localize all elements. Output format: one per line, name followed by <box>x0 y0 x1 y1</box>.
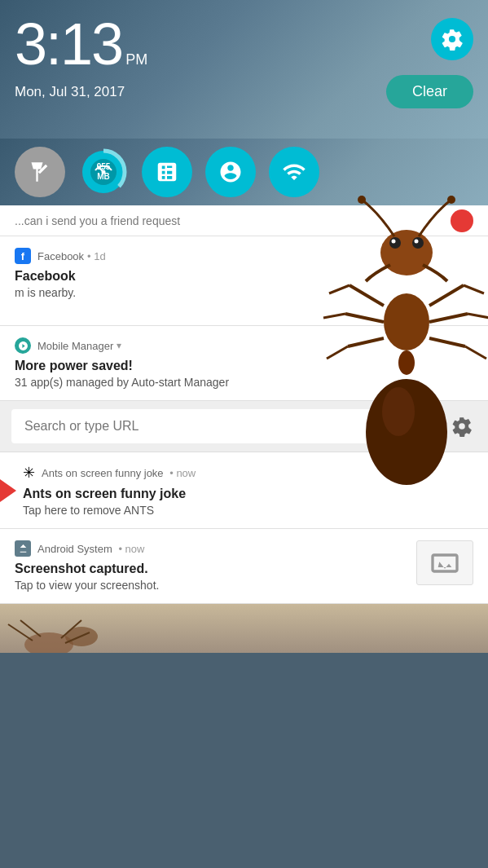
facebook-notif-body: m is nearby. <box>15 286 473 299</box>
search-gear-icon <box>451 416 473 437</box>
wifi-icon-svg <box>282 160 306 184</box>
android-system-icon <box>15 540 31 557</box>
app-settings-icon-svg <box>218 160 243 184</box>
quick-actions-row: 955 MB <box>0 139 488 205</box>
facebook-app-name: Facebook <box>37 250 84 262</box>
dropdown-arrow-icon[interactable]: ▾ <box>117 340 121 351</box>
mobile-manager-notif-body: 31 app(s) managed by Auto-start Manager <box>15 376 473 389</box>
android-system-time: • now <box>116 543 145 555</box>
facebook-notification[interactable]: f Facebook • 1d Facebook m is nearby. <box>0 236 488 326</box>
app-settings-quick-action[interactable] <box>205 147 256 197</box>
date-display: Mon, Jul 31, 2017 <box>15 84 125 100</box>
settings-button[interactable] <box>431 18 473 60</box>
wifi-icon[interactable] <box>269 147 319 197</box>
search-settings-button[interactable] <box>447 412 477 441</box>
ant-notif-time: • now <box>167 467 196 479</box>
main-container: 3:13 PM Mon, Jul 31, 2017 Clear <box>0 0 488 868</box>
bottom-strip <box>0 604 488 653</box>
calculator-quick-action[interactable] <box>142 147 192 197</box>
mobile-manager-icon <box>15 337 31 354</box>
gear-icon <box>441 28 464 51</box>
android-system-title: Screenshot captured. <box>15 562 416 576</box>
search-bar <box>0 401 488 452</box>
clear-button[interactable]: Clear <box>386 75 473 108</box>
partial-notification[interactable]: ...can i send you a friend request <box>0 205 488 236</box>
app-settings-icon[interactable] <box>205 147 256 197</box>
bottom-ant-svg <box>0 604 163 653</box>
search-input[interactable] <box>11 409 439 443</box>
mobile-manager-notif-title: More power saved! <box>15 359 473 373</box>
time-display: 3:13 <box>15 15 122 73</box>
notifications-area: ...can i send you a friend request f Fac… <box>0 205 488 653</box>
memory-label: 955 MB <box>91 162 117 182</box>
time-block: 3:13 PM <box>15 15 147 73</box>
memory-donut-icon[interactable]: 955 MB <box>78 147 129 197</box>
ant-notif-title: Ants on screen funny joke <box>23 487 473 501</box>
screenshot-thumbnail[interactable] <box>416 540 473 585</box>
ant-notif-body: Tap here to remove ANTS <box>23 504 473 517</box>
flashlight-icon[interactable] <box>15 147 65 197</box>
screenshot-preview-icon <box>429 547 461 579</box>
red-arrow-indicator <box>0 479 16 502</box>
android-system-app-name: Android System <box>37 543 112 555</box>
calculator-icon-svg <box>155 160 179 184</box>
ant-joke-notification[interactable]: ✳ Ants on screen funny joke • now Ants o… <box>0 452 488 529</box>
mobile-manager-notification[interactable]: Mobile Manager ▾ More power saved! 31 ap… <box>0 326 488 401</box>
partial-notif-text: ...can i send you a friend request <box>15 214 180 227</box>
flashlight-quick-action[interactable] <box>15 147 65 197</box>
android-system-notification[interactable]: Android System • now Screenshot captured… <box>0 529 488 604</box>
facebook-app-icon: f <box>15 248 31 264</box>
calculator-icon[interactable] <box>142 147 192 197</box>
android-icon-svg <box>18 544 29 554</box>
status-bar: 3:13 PM Mon, Jul 31, 2017 Clear <box>0 0 488 139</box>
ant-notif-icon: ✳ <box>23 464 35 482</box>
wifi-quick-action[interactable] <box>269 147 319 197</box>
memory-quick-action[interactable]: 955 MB <box>78 147 129 197</box>
flashlight-off-icon <box>29 161 51 183</box>
time-ampm: PM <box>125 51 147 68</box>
facebook-notif-title: Facebook <box>15 269 473 284</box>
dismiss-button[interactable] <box>451 209 473 232</box>
facebook-notif-time: • 1d <box>87 250 106 262</box>
ant-app-name: Ants on screen funny joke <box>42 467 164 479</box>
android-system-body: Tap to view your screenshot. <box>15 579 416 592</box>
mobile-manager-icon-svg <box>18 341 29 351</box>
mobile-manager-app-name: Mobile Manager <box>37 340 113 352</box>
